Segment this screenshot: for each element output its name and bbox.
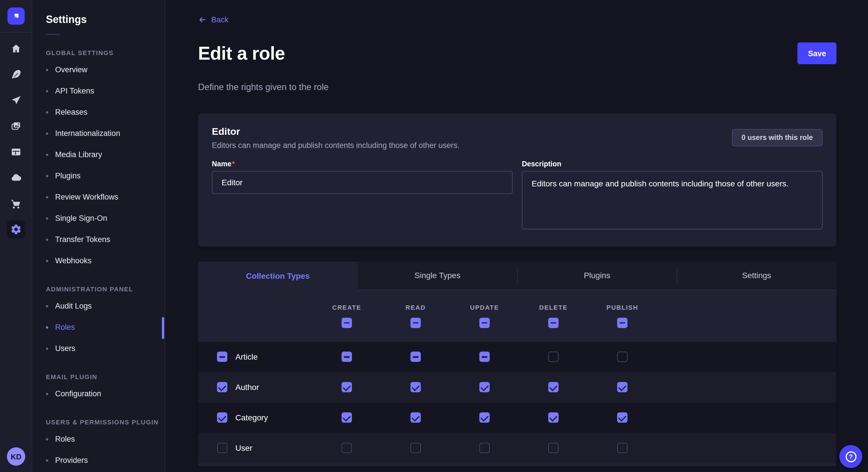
section-label-administration-panel: ADMINISTRATION PANEL xyxy=(46,285,165,293)
subnav-scrollbar-thumb[interactable] xyxy=(162,317,164,339)
subnav-title: Settings xyxy=(46,14,165,26)
column-label-publish: PUBLISH xyxy=(607,304,639,311)
select-all-publish-checkbox[interactable] xyxy=(617,318,627,328)
user-publish-checkbox[interactable] xyxy=(617,443,627,453)
sidebar-item-single-sign-on[interactable]: Single Sign-On xyxy=(32,208,165,229)
cart-icon[interactable] xyxy=(7,194,25,213)
strapi-logo-icon xyxy=(11,11,21,21)
bullet-icon xyxy=(46,196,48,198)
author-create-checkbox[interactable] xyxy=(342,382,352,393)
bullet-icon xyxy=(46,132,48,134)
bullet-icon xyxy=(46,326,48,328)
role-fields: Name* Description Editors can manage and… xyxy=(212,160,823,232)
row-label: User xyxy=(236,444,252,453)
sidebar-item-review-workflows[interactable]: Review Workflows xyxy=(32,187,165,208)
select-all-read-checkbox[interactable] xyxy=(410,318,421,328)
table-row-user: User xyxy=(198,433,836,463)
row-checkbox-user[interactable] xyxy=(217,443,227,453)
save-button[interactable]: Save xyxy=(798,43,836,65)
main-content: Back Edit a role Save Define the rights … xyxy=(165,0,868,472)
subnav-divider xyxy=(46,34,60,35)
cloud-icon[interactable] xyxy=(7,169,25,187)
sidebar-item-plugins[interactable]: Plugins xyxy=(32,165,165,187)
select-all-delete-checkbox[interactable] xyxy=(548,318,559,328)
row-checkbox-article[interactable] xyxy=(217,352,227,362)
sidebar-item-configuration[interactable]: Configuration xyxy=(32,383,165,404)
user-update-checkbox[interactable] xyxy=(479,443,490,453)
paper-plane-icon[interactable] xyxy=(7,91,25,109)
section-label-users-permissions-plugin: USERS & PERMISSIONS PLUGIN xyxy=(46,419,165,426)
sidebar-item-audit-logs[interactable]: Audit Logs xyxy=(32,295,165,316)
avatar[interactable]: KD xyxy=(7,447,25,466)
sidebar-item-transfer-tokens[interactable]: Transfer Tokens xyxy=(32,229,165,250)
sidebar-item-internationalization[interactable]: Internationalization xyxy=(32,123,165,144)
bullet-icon xyxy=(46,393,48,395)
row-checkbox-category[interactable] xyxy=(217,413,227,423)
article-publish-checkbox[interactable] xyxy=(617,352,627,362)
sidebar-item-roles-up[interactable]: Roles xyxy=(32,429,165,450)
back-link[interactable]: Back xyxy=(198,15,228,24)
tab-collection-types[interactable]: Collection Types xyxy=(198,262,358,290)
category-create-checkbox[interactable] xyxy=(342,413,352,423)
sidebar-item-providers[interactable]: Providers xyxy=(32,450,165,471)
users-with-role-button[interactable]: 0 users with this role xyxy=(732,129,823,146)
user-read-checkbox[interactable] xyxy=(410,443,421,453)
section-label-global-settings: GLOBAL SETTINGS xyxy=(46,49,165,56)
bullet-icon xyxy=(46,305,48,307)
category-update-checkbox[interactable] xyxy=(479,413,490,423)
name-label: Name* xyxy=(212,160,513,168)
page-subtitle: Define the rights given to the role xyxy=(198,82,836,92)
sidebar-item-media-library[interactable]: Media Library xyxy=(32,144,165,165)
author-publish-checkbox[interactable] xyxy=(617,382,627,393)
article-read-checkbox[interactable] xyxy=(410,352,421,362)
article-create-checkbox[interactable] xyxy=(342,352,352,362)
category-publish-checkbox[interactable] xyxy=(617,413,627,423)
category-delete-checkbox[interactable] xyxy=(548,413,559,423)
row-label: Author xyxy=(236,383,259,392)
description-field-group: Description Editors can manage and publi… xyxy=(522,160,823,232)
role-card-subtitle: Editors can manage and publish contents … xyxy=(212,141,460,150)
author-read-checkbox[interactable] xyxy=(410,382,421,393)
sidebar-item-users[interactable]: Users xyxy=(32,338,165,359)
select-all-create-checkbox[interactable] xyxy=(342,318,352,328)
sidebar-item-releases[interactable]: Releases xyxy=(32,102,165,123)
table-row-category: Category xyxy=(198,403,836,433)
tab-settings[interactable]: Settings xyxy=(677,262,836,290)
sidebar-item-overview[interactable]: Overview xyxy=(32,59,165,80)
gear-icon[interactable] xyxy=(7,220,25,239)
pictures-icon[interactable] xyxy=(7,117,25,135)
strapi-logo[interactable] xyxy=(7,7,24,25)
bullet-icon xyxy=(46,175,48,177)
bullet-icon xyxy=(46,260,48,262)
article-delete-checkbox[interactable] xyxy=(548,352,559,362)
bullet-icon xyxy=(46,459,48,461)
user-create-checkbox[interactable] xyxy=(342,443,352,453)
article-update-checkbox[interactable] xyxy=(479,352,490,362)
author-delete-checkbox[interactable] xyxy=(548,382,559,393)
select-all-update-checkbox[interactable] xyxy=(479,318,490,328)
tab-single-types[interactable]: Single Types xyxy=(358,262,517,290)
author-update-checkbox[interactable] xyxy=(479,382,490,393)
help-button[interactable]: ? xyxy=(839,445,862,468)
arrow-left-icon xyxy=(198,15,207,24)
description-field[interactable]: Editors can manage and publish contents … xyxy=(522,171,823,229)
feather-icon[interactable] xyxy=(7,65,25,84)
main-nav-rail: KD xyxy=(0,0,32,472)
category-read-checkbox[interactable] xyxy=(410,413,421,423)
column-label-update: UPDATE xyxy=(470,304,499,311)
column-label-delete: DELETE xyxy=(539,304,568,311)
home-icon[interactable] xyxy=(7,40,25,58)
description-label: Description xyxy=(522,160,823,168)
sidebar-item-roles-admin[interactable]: Roles xyxy=(32,316,165,338)
column-label-create: CREATE xyxy=(332,304,361,311)
app-root: KD Settings GLOBAL SETTINGS Overview API… xyxy=(0,0,868,472)
name-field[interactable] xyxy=(212,171,513,194)
user-delete-checkbox[interactable] xyxy=(548,443,559,453)
required-asterisk: * xyxy=(232,160,235,168)
bullet-icon xyxy=(46,90,48,92)
sidebar-item-api-tokens[interactable]: API Tokens xyxy=(32,80,165,102)
tab-plugins[interactable]: Plugins xyxy=(517,262,677,290)
layout-icon[interactable] xyxy=(7,143,25,161)
sidebar-item-webhooks[interactable]: Webhooks xyxy=(32,250,165,271)
row-checkbox-author[interactable] xyxy=(217,382,227,393)
